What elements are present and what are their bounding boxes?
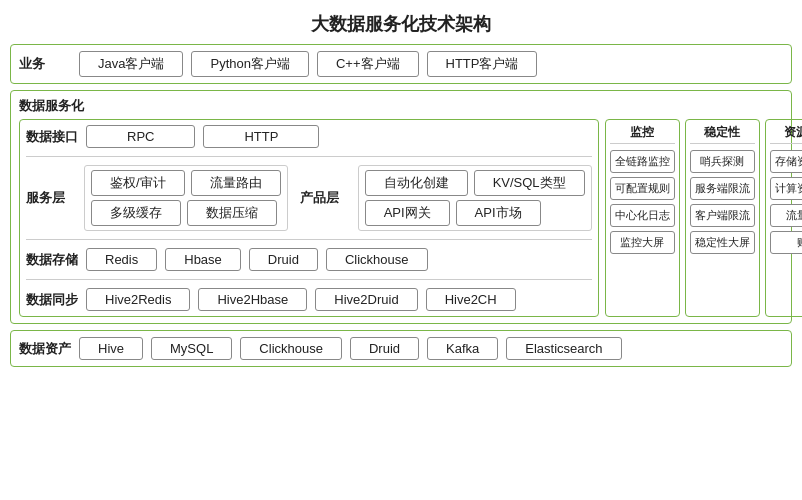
resource-col: 资源管理 存储资源管理 计算资源管理 流量管理 账单	[765, 119, 802, 317]
product-auto: 自动化创建	[365, 170, 468, 196]
sync-hive2druid: Hive2Druid	[315, 288, 417, 311]
storage-clickhouse: Clickhouse	[326, 248, 428, 271]
resource-bill: 账单	[770, 231, 802, 254]
monitor-centralized-log: 中心化日志	[610, 204, 675, 227]
service-layer-label: 服务层	[26, 189, 78, 207]
client-cpp: C++客户端	[317, 51, 419, 77]
interface-rpc: RPC	[86, 125, 195, 148]
product-layer-label: 产品层	[300, 189, 352, 207]
asset-kafka: Kafka	[427, 337, 498, 360]
storage-redis: Redis	[86, 248, 157, 271]
data-service-layer: 数据服务化 数据接口 RPC HTTP 服务层 鉴权/审计 流量路	[10, 90, 792, 324]
interface-label: 数据接口	[26, 128, 78, 146]
interface-http: HTTP	[203, 125, 319, 148]
service-sublayer: 鉴权/审计 流量路由 多级缓存 数据压缩	[84, 165, 288, 231]
service-right-panel: 监控 全链路监控 可配置规则 中心化日志 监控大屏 稳定性 哨兵探测 服务端限流…	[605, 119, 802, 317]
sync-hive2hbase: Hive2Hbase	[198, 288, 307, 311]
stability-header: 稳定性	[690, 124, 755, 144]
business-label: 业务	[19, 55, 71, 73]
sync-label: 数据同步	[26, 291, 78, 309]
monitor-fullchain: 全链路监控	[610, 150, 675, 173]
asset-clickhouse: Clickhouse	[240, 337, 342, 360]
product-sublayer: 自动化创建 KV/SQL类型 API网关 API市场	[358, 165, 592, 231]
asset-elasticsearch: Elasticsearch	[506, 337, 621, 360]
sync-hive2ch: Hive2CH	[426, 288, 516, 311]
product-kvsql: KV/SQL类型	[474, 170, 585, 196]
sync-row: 数据同步 Hive2Redis Hive2Hbase Hive2Druid Hi…	[26, 288, 592, 311]
sync-hive2redis: Hive2Redis	[86, 288, 190, 311]
monitor-bigscreen: 监控大屏	[610, 231, 675, 254]
data-service-label: 数据服务化	[19, 97, 783, 115]
stability-client-limit: 客户端限流	[690, 204, 755, 227]
asset-druid: Druid	[350, 337, 419, 360]
client-java: Java客户端	[79, 51, 183, 77]
storage-hbase: Hbase	[165, 248, 241, 271]
resource-compute: 计算资源管理	[770, 177, 802, 200]
product-gateway: API网关	[365, 200, 450, 226]
storage-druid: Druid	[249, 248, 318, 271]
storage-label: 数据存储	[26, 251, 78, 269]
client-http: HTTP客户端	[427, 51, 538, 77]
stability-sentinel: 哨兵探测	[690, 150, 755, 173]
data-asset-label: 数据资产	[19, 340, 71, 358]
stability-col: 稳定性 哨兵探测 服务端限流 客户端限流 稳定性大屏	[685, 119, 760, 317]
resource-traffic: 流量管理	[770, 204, 802, 227]
stability-server-limit: 服务端限流	[690, 177, 755, 200]
data-asset-layer: 数据资产 Hive MySQL Clickhouse Druid Kafka E…	[10, 330, 792, 367]
service-product-row: 服务层 鉴权/审计 流量路由 多级缓存 数据压缩 产品层	[26, 165, 592, 231]
product-market: API市场	[456, 200, 541, 226]
service-cache: 多级缓存	[91, 200, 181, 226]
resource-header: 资源管理	[770, 124, 802, 144]
monitor-col: 监控 全链路监控 可配置规则 中心化日志 监控大屏	[605, 119, 680, 317]
stability-bigscreen: 稳定性大屏	[690, 231, 755, 254]
monitor-header: 监控	[610, 124, 675, 144]
interface-row: 数据接口 RPC HTTP	[26, 125, 592, 148]
monitor-configrule: 可配置规则	[610, 177, 675, 200]
client-python: Python客户端	[191, 51, 308, 77]
service-auth: 鉴权/审计	[91, 170, 185, 196]
service-compress: 数据压缩	[187, 200, 277, 226]
service-left-panel: 数据接口 RPC HTTP 服务层 鉴权/审计 流量路由 多级缓存	[19, 119, 599, 317]
resource-storage: 存储资源管理	[770, 150, 802, 173]
page-title: 大数据服务化技术架构	[0, 0, 802, 44]
business-layer: 业务 Java客户端 Python客户端 C++客户端 HTTP客户端	[10, 44, 792, 84]
storage-row: 数据存储 Redis Hbase Druid Clickhouse	[26, 248, 592, 271]
service-traffic: 流量路由	[191, 170, 281, 196]
asset-hive: Hive	[79, 337, 143, 360]
asset-mysql: MySQL	[151, 337, 232, 360]
